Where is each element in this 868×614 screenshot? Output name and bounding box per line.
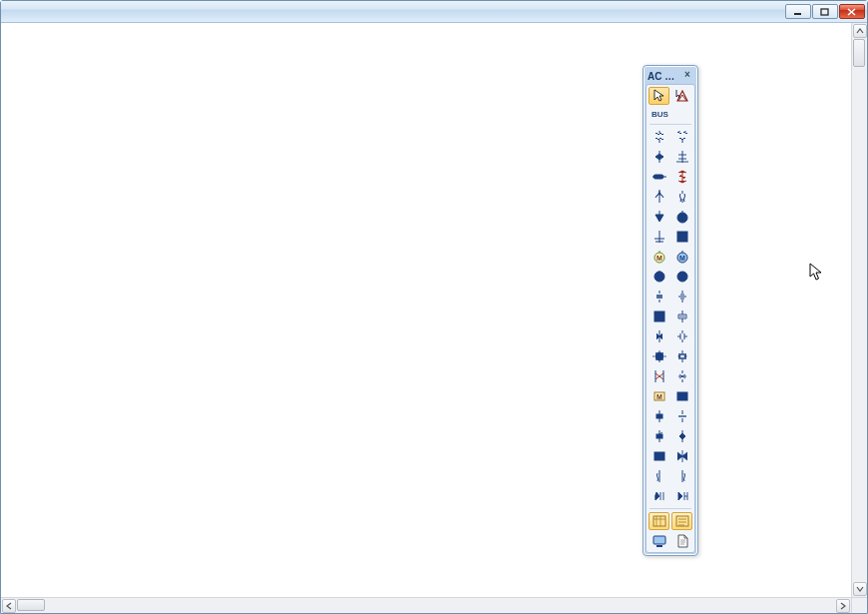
display-icon (651, 534, 667, 548)
transformer-3w-icon (674, 130, 690, 144)
ct-tool[interactable] (649, 407, 669, 425)
reactor-tool[interactable] (649, 168, 669, 186)
horizontal-scrollbar[interactable] (1, 597, 851, 613)
relay-tool[interactable] (671, 467, 692, 485)
mov-tool[interactable] (671, 228, 692, 246)
multimeter-icon (651, 489, 667, 503)
pt-tool[interactable] (671, 407, 692, 425)
multimeter-tool[interactable] (649, 487, 669, 505)
svg-rect-1 (821, 9, 828, 15)
schedule-icon (651, 514, 667, 528)
scroll-left-button[interactable] (2, 599, 16, 613)
panel-board-tool[interactable] (671, 347, 692, 365)
document-icon (674, 534, 690, 548)
bus-label: BUS (649, 107, 694, 121)
motor-tool[interactable] (671, 208, 692, 226)
transformer-2w-icon (651, 130, 667, 144)
charger-tool[interactable] (671, 327, 692, 345)
vfd-icon (651, 329, 667, 343)
svg-text:M: M (656, 393, 662, 400)
svg-text:M: M (656, 255, 662, 262)
svg-rect-22 (653, 516, 665, 526)
ground-icon (651, 270, 667, 284)
phase-adapter-tool[interactable] (649, 447, 669, 465)
separator (650, 124, 691, 125)
hvdc-link-icon (674, 290, 690, 304)
wind-turbine-tool[interactable] (649, 188, 669, 206)
induction-machine-tool[interactable]: M (649, 248, 669, 266)
ups-tool[interactable] (671, 307, 692, 325)
cable-tool[interactable] (649, 148, 669, 166)
multimeter-2-tool[interactable] (671, 487, 692, 505)
panel-board-icon (674, 349, 690, 363)
schedule-button[interactable] (649, 512, 669, 530)
schedule-2-button[interactable] (671, 512, 692, 530)
palette-close-button[interactable]: × (681, 70, 693, 82)
transformer-2w-tool[interactable] (649, 128, 669, 146)
scroll-up-button[interactable] (853, 24, 867, 38)
vscroll-thumb[interactable] (853, 39, 865, 67)
power-grid-icon (674, 89, 690, 103)
hscroll-thumb[interactable] (17, 599, 45, 611)
wind-turbine-icon (651, 190, 667, 204)
pv-array-tool[interactable] (649, 347, 669, 365)
pt-icon (674, 409, 690, 423)
maximize-button[interactable] (812, 4, 838, 19)
vfd-tool[interactable] (649, 327, 669, 345)
transformer-3w-tool[interactable] (671, 128, 692, 146)
svg-rect-2 (653, 175, 663, 179)
svg-point-3 (658, 193, 660, 195)
close-button[interactable] (839, 4, 865, 19)
dc-link-icon (651, 469, 667, 483)
display-tool[interactable] (649, 532, 669, 550)
low-voltage-cb-tool[interactable]: M (649, 387, 669, 405)
capacitor-tool[interactable] (671, 268, 692, 286)
pointer-tool[interactable] (649, 87, 669, 105)
generator-tool[interactable] (671, 168, 692, 186)
inverter-tool[interactable] (671, 188, 692, 206)
high-voltage-cb-tool[interactable] (671, 387, 692, 405)
scroll-right-button[interactable] (836, 599, 850, 613)
composite-network-icon (674, 449, 690, 463)
svg-rect-24 (653, 536, 665, 544)
hscroll-track[interactable] (17, 598, 835, 613)
single-throw-switch-tool[interactable] (649, 427, 669, 445)
scroll-down-button[interactable] (853, 582, 867, 596)
ups-icon (674, 309, 690, 323)
composite-network-tool[interactable] (671, 447, 692, 465)
schedule-2-icon (674, 514, 690, 528)
fuse-tool[interactable] (649, 367, 669, 385)
svg-rect-0 (794, 13, 801, 15)
power-grid-tool[interactable] (671, 87, 692, 105)
titlebar[interactable] (1, 1, 867, 23)
static-load-tool[interactable]: M (671, 248, 692, 266)
generator-icon (674, 170, 690, 184)
contactor-tool[interactable] (671, 367, 692, 385)
svc-tool[interactable] (649, 307, 669, 325)
ground-tool[interactable] (649, 268, 669, 286)
transmission-line-tool[interactable] (671, 148, 692, 166)
svg-text:M: M (679, 255, 685, 262)
sync-motor-tool[interactable] (649, 228, 669, 246)
inverter-icon (674, 190, 690, 204)
ac-elements-palette[interactable]: AC E… × (643, 65, 698, 556)
dc-link-tool[interactable] (649, 467, 669, 485)
svg-rect-23 (676, 516, 688, 526)
chevron-right-icon (840, 602, 846, 610)
minimize-button[interactable] (785, 4, 811, 19)
remote-connector-tool[interactable] (671, 427, 692, 445)
lumped-load-icon (651, 210, 667, 224)
low-voltage-cb-icon: M (651, 389, 667, 403)
pv-array-icon (651, 349, 667, 363)
harmonic-filter-tool[interactable] (649, 288, 669, 306)
lumped-load-tool[interactable] (649, 208, 669, 226)
drawing-canvas[interactable] (1, 23, 851, 597)
motor-icon (674, 210, 690, 224)
palette-titlebar[interactable]: AC E… × (646, 68, 695, 84)
vertical-scrollbar[interactable] (851, 23, 867, 597)
hvdc-link-tool[interactable] (671, 288, 692, 306)
vscroll-track[interactable] (852, 39, 867, 581)
svg-rect-19 (656, 414, 662, 418)
document-tool[interactable] (671, 532, 692, 550)
capacitor-icon (674, 270, 690, 284)
